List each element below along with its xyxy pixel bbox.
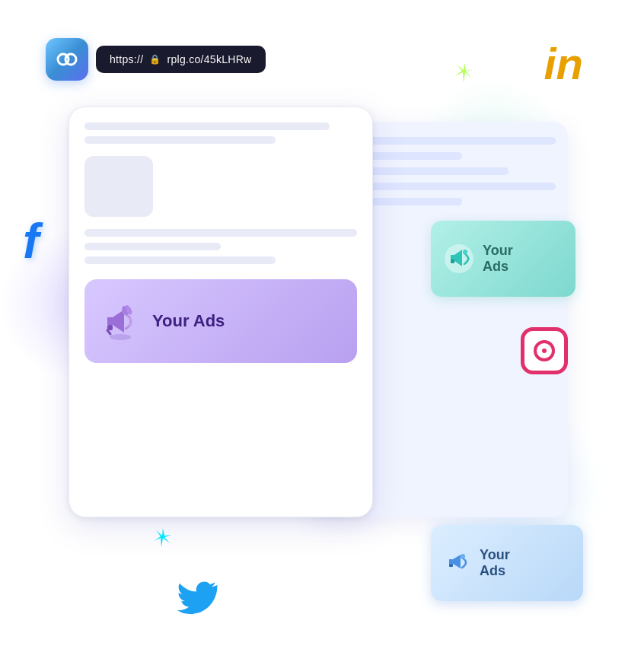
front-line-1 [84, 123, 330, 130]
facebook-icon: f [23, 213, 39, 269]
svg-rect-5 [449, 564, 453, 567]
ad-card-teal: YourAds [431, 221, 575, 297]
front-content-lines [84, 229, 357, 264]
svg-rect-3 [451, 259, 454, 263]
instagram-icon [521, 327, 568, 374]
ad-card-blue: YourAds [431, 525, 583, 601]
twitter-bird-icon [175, 581, 219, 617]
url-domain: rplg.co/45kLHRw [167, 53, 251, 65]
url-bar: https:// 🔒 rplg.co/45kLHRw [46, 38, 266, 81]
front-line-4 [84, 243, 221, 250]
scene: https:// 🔒 rplg.co/45kLHRw Y [0, 0, 644, 662]
lock-icon: 🔒 [149, 54, 161, 65]
url-prefix: https:// [110, 53, 143, 65]
blue-megaphone-icon [443, 549, 472, 578]
front-line-3 [84, 229, 357, 237]
svg-point-13 [123, 306, 126, 312]
url-pill: https:// 🔒 rplg.co/45kLHRw [96, 46, 266, 73]
teal-ad-text: YourAds [483, 243, 513, 275]
linkedin-icon: in [544, 38, 583, 89]
blue-ad-text: YourAds [480, 547, 510, 579]
sparkle-green-icon [452, 61, 477, 88]
teal-megaphone-icon [443, 243, 475, 275]
app-logo-icon [54, 46, 80, 72]
front-line-5 [84, 256, 276, 264]
ad-card-purple: Your Ads [84, 279, 357, 363]
sparkle-cyan-icon [152, 527, 174, 552]
card-front: Your Ads [69, 107, 373, 517]
front-header-lines [84, 123, 357, 144]
svg-point-1 [65, 54, 76, 65]
svg-point-7 [110, 334, 131, 340]
svg-point-11 [129, 309, 132, 314]
front-image-placeholder [84, 156, 153, 217]
front-line-2 [84, 136, 276, 144]
twitter-icon [175, 581, 219, 620]
main-ad-text: Your Ads [152, 311, 225, 331]
purple-megaphone-icon [100, 301, 142, 342]
app-icon [46, 38, 88, 81]
